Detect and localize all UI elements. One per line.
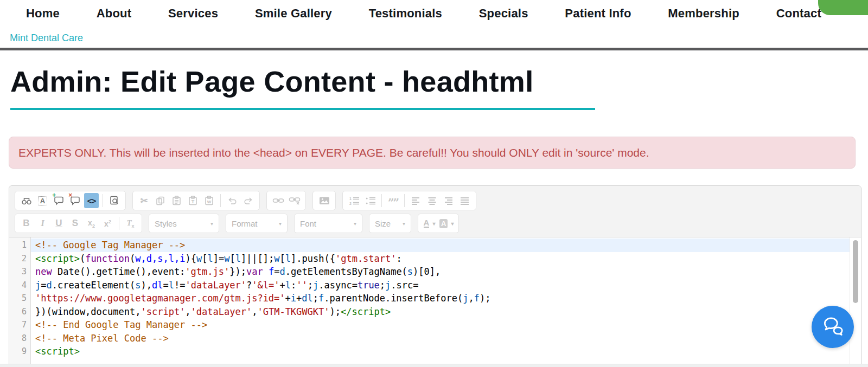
find-icon <box>21 196 32 205</box>
font-dropdown[interactable]: Font▾ <box>294 214 362 233</box>
toolbar-separator <box>220 194 221 207</box>
svg-text:2: 2 <box>349 202 352 205</box>
bold-icon: B <box>23 218 29 229</box>
code-line[interactable]: <script>(function(w,d,s,l,i){w[l]=w[l]||… <box>31 252 850 266</box>
code-line[interactable]: })(window,document,'script','dataLayer',… <box>31 305 850 319</box>
nav-item-about[interactable]: About <box>97 7 132 21</box>
toolbar-separator <box>404 194 405 207</box>
nav-item-services[interactable]: Services <box>168 7 218 21</box>
toolbar-group-paragraph: 12”” <box>342 191 476 210</box>
line-number: 3 <box>9 265 27 279</box>
image-button[interactable] <box>317 193 331 208</box>
replace-icon: A <box>38 196 47 205</box>
bottom-edge <box>0 364 868 367</box>
line-number: 7 <box>9 318 27 332</box>
paste-plain-text-icon: T <box>188 196 198 205</box>
nav-item-testimonials[interactable]: Testimonials <box>369 7 442 21</box>
redo-button[interactable] <box>241 193 256 208</box>
line-number: 1 <box>9 239 27 252</box>
paste-button[interactable] <box>169 193 184 208</box>
source-code-editor[interactable]: <!-- Google Tag Manager --><script>(func… <box>31 237 850 366</box>
appointment-button[interactable] <box>818 0 868 15</box>
reject-suggestion-icon: × <box>70 196 81 205</box>
code-line[interactable]: <script> <box>31 345 850 358</box>
justify-button[interactable] <box>457 193 472 208</box>
size-dropdown[interactable]: Size▾ <box>369 214 411 233</box>
paste-from-word-button[interactable]: W <box>202 193 216 208</box>
svg-text:1: 1 <box>349 197 352 201</box>
brand-link[interactable]: Mint Dental Care <box>10 33 83 44</box>
toolbar-separator <box>381 194 382 207</box>
subscript-button[interactable]: x2 <box>84 216 99 231</box>
nav-item-patient-info[interactable]: Patient Info <box>565 7 631 21</box>
superscript-icon: x2 <box>104 219 111 228</box>
align-left-button[interactable] <box>409 193 423 208</box>
source-button[interactable]: <> <box>84 193 99 208</box>
underline-button[interactable]: U <box>52 216 66 231</box>
editor-scrollbar[interactable] <box>850 237 861 366</box>
format-dropdown[interactable]: Format▾ <box>226 214 288 233</box>
line-number: 8 <box>9 332 27 345</box>
unlink-button[interactable] <box>287 193 302 208</box>
html-source-editor: A+×<>✂TW12”” BIUSx2x2TxStyles▾Format▾Fon… <box>9 185 861 367</box>
line-number: 9 <box>9 345 27 358</box>
cut-icon: ✂ <box>140 195 148 207</box>
nav-item-contact[interactable]: Contact <box>776 7 821 21</box>
toolbar-row-1: A+×<>✂TW12”” <box>15 191 856 210</box>
styles-dropdown[interactable]: Styles▾ <box>149 214 219 233</box>
reject-suggestion-button[interactable]: × <box>68 193 82 208</box>
code-line[interactable]: j=d.createElement(s),dl=l!='dataLayer'?'… <box>31 279 850 292</box>
bulleted-list-button[interactable] <box>363 193 378 208</box>
subscript-icon: x2 <box>88 218 95 229</box>
preview-icon <box>109 196 119 205</box>
scrollbar-thumb[interactable] <box>853 240 858 303</box>
paste-plain-text-button[interactable]: T <box>186 193 200 208</box>
align-right-icon <box>443 196 454 205</box>
text-color-icon: A▾ <box>424 219 436 228</box>
warning-banner: EXPERTS ONLY. This will be inserted into… <box>9 137 856 169</box>
preview-button[interactable] <box>107 193 122 208</box>
nav-item-membership[interactable]: Membership <box>668 7 739 21</box>
paste-icon <box>171 196 182 205</box>
find-button[interactable] <box>19 193 34 208</box>
background-color-icon: A▾ <box>439 219 454 228</box>
chat-widget-button[interactable] <box>812 306 854 348</box>
background-color-button[interactable]: A▾ <box>438 216 455 231</box>
bulleted-list-icon <box>365 196 376 205</box>
align-right-button[interactable] <box>441 193 456 208</box>
italic-button[interactable]: I <box>35 216 50 231</box>
code-line[interactable]: 'https://www.googletagmanager.com/gtm.js… <box>31 292 850 305</box>
numbered-list-icon: 12 <box>349 196 360 205</box>
numbered-list-button[interactable]: 12 <box>347 193 361 208</box>
undo-icon <box>227 196 238 205</box>
chevron-down-icon: ▾ <box>354 221 356 227</box>
nav-item-specials[interactable]: Specials <box>479 7 528 21</box>
line-number-gutter: 123456789 <box>9 237 31 366</box>
superscript-button[interactable]: x2 <box>100 216 115 231</box>
undo-button[interactable] <box>225 193 239 208</box>
accept-suggestion-button[interactable]: + <box>52 193 66 208</box>
strikethrough-button[interactable]: S <box>68 216 82 231</box>
header-divider <box>0 48 868 50</box>
code-line[interactable]: <!-- Google Tag Manager --> <box>31 239 850 252</box>
align-center-button[interactable] <box>425 193 439 208</box>
nav-item-smile-gallery[interactable]: Smile Gallery <box>255 7 332 21</box>
code-line[interactable]: <!-- End Google Tag Manager --> <box>31 318 850 332</box>
blockquote-button[interactable]: ”” <box>386 193 400 208</box>
code-line[interactable]: <!-- Meta Pixel Code --> <box>31 332 850 345</box>
dropdown-label: Styles <box>155 219 177 228</box>
cut-button[interactable]: ✂ <box>137 193 151 208</box>
dropdown-label: Size <box>375 219 391 228</box>
code-line[interactable]: new Date().getTime(),event:'gtm.js'});va… <box>31 265 850 279</box>
remove-format-button[interactable]: Tx <box>123 216 138 231</box>
code-area: 123456789 <!-- Google Tag Manager --><sc… <box>9 237 861 366</box>
svg-text:W: W <box>207 199 212 204</box>
bold-button[interactable]: B <box>19 216 34 231</box>
nav-item-home[interactable]: Home <box>26 7 60 21</box>
link-button[interactable] <box>271 193 285 208</box>
source-icon: <> <box>87 196 96 205</box>
text-color-button[interactable]: A▾ <box>422 216 437 231</box>
replace-button[interactable]: A <box>35 193 50 208</box>
redo-icon <box>243 196 254 205</box>
copy-button[interactable] <box>153 193 168 208</box>
